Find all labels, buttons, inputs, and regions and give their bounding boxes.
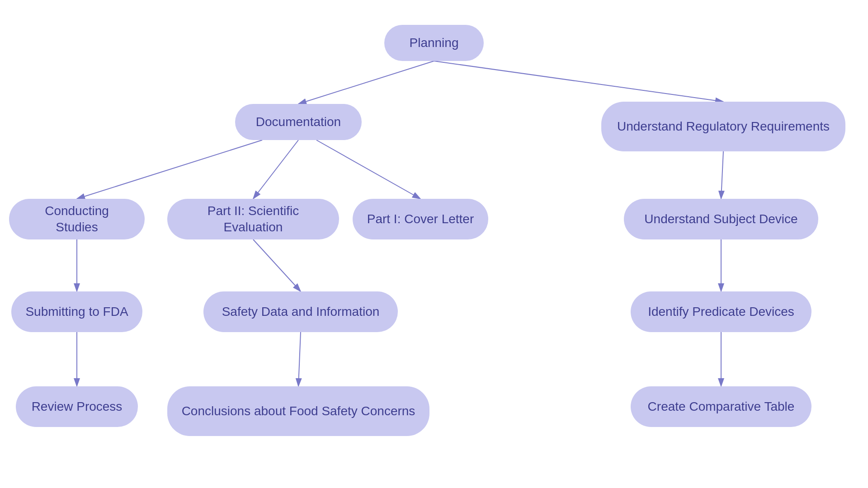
svg-line-11 — [298, 332, 301, 386]
svg-line-6 — [721, 151, 723, 199]
node-conducting-studies: Conducting Studies — [9, 199, 145, 239]
node-create-comparative-label: Create Comparative Table — [648, 399, 795, 415]
node-identify-predicate-label: Identify Predicate Devices — [648, 304, 794, 320]
node-understand-regulatory-label: Understand Regulatory Requirements — [617, 118, 830, 135]
node-documentation: Documentation — [235, 104, 362, 140]
node-part2-label: Part II: Scientific Evaluation — [181, 203, 326, 236]
node-review-process: Review Process — [16, 386, 138, 427]
svg-line-8 — [253, 239, 301, 291]
node-understand-regulatory: Understand Regulatory Requirements — [601, 102, 845, 151]
node-understand-subject: Understand Subject Device — [624, 199, 818, 239]
node-submitting: Submitting to FDA — [11, 291, 142, 332]
node-review-process-label: Review Process — [32, 399, 123, 415]
node-conclusions: Conclusions about Food Safety Concerns — [167, 386, 429, 436]
svg-line-4 — [253, 140, 298, 199]
node-create-comparative: Create Comparative Table — [631, 386, 811, 427]
node-safety-data-label: Safety Data and Information — [222, 304, 380, 320]
node-understand-subject-label: Understand Subject Device — [644, 211, 797, 227]
node-safety-data: Safety Data and Information — [203, 291, 398, 332]
svg-line-2 — [434, 61, 723, 102]
node-submitting-label: Submitting to FDA — [25, 304, 128, 320]
node-planning: Planning — [384, 25, 484, 61]
node-conducting-studies-label: Conducting Studies — [23, 203, 131, 236]
node-part2: Part II: Scientific Evaluation — [167, 199, 339, 239]
node-identify-predicate: Identify Predicate Devices — [631, 291, 811, 332]
svg-line-5 — [316, 140, 420, 199]
node-part1: Part I: Cover Letter — [353, 199, 488, 239]
svg-line-1 — [298, 61, 434, 104]
node-part1-label: Part I: Cover Letter — [367, 211, 474, 227]
diagram-container: Planning Documentation Understand Regula… — [0, 0, 868, 488]
node-conclusions-label: Conclusions about Food Safety Concerns — [182, 403, 415, 419]
node-documentation-label: Documentation — [256, 114, 341, 130]
node-planning-label: Planning — [410, 35, 459, 51]
svg-line-3 — [77, 140, 262, 199]
